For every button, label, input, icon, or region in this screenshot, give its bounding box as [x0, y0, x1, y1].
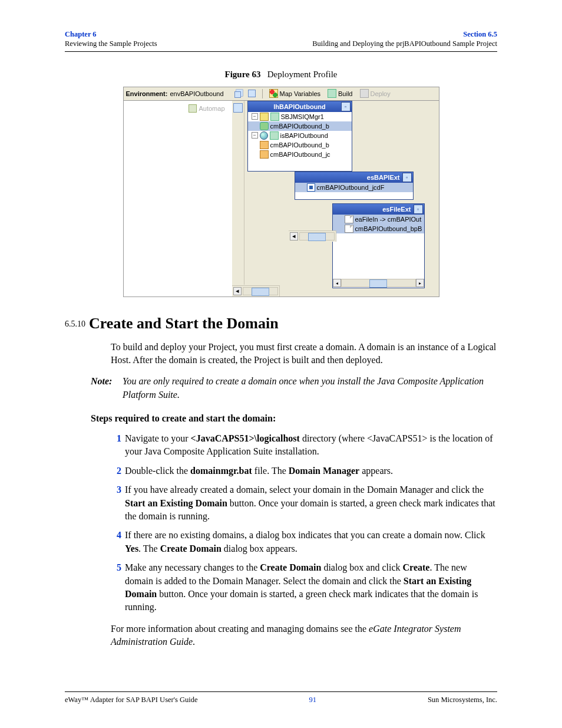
section-heading: 6.5.10Create and Start the Domain — [65, 315, 497, 332]
node-icon — [270, 113, 279, 121]
panel-title-text: esBAPIExt — [367, 174, 400, 181]
floating-scrollbar[interactable]: ◂ — [289, 230, 336, 242]
map-variables-icon — [269, 89, 278, 98]
step-bold: Create Domain — [260, 562, 321, 572]
closing-paragraph: For more information about creating and … — [65, 622, 497, 649]
scroll-track[interactable] — [243, 287, 278, 295]
closing-text: . — [193, 637, 195, 647]
scroll-left-icon[interactable]: ◂ — [290, 232, 298, 241]
panel-esbapiext[interactable]: esBAPIExt ▫ cmBAPIOutbound_jcdF — [295, 172, 414, 200]
step-text: Navigate to your — [125, 433, 191, 443]
step-number: 2 — [111, 465, 121, 477]
panel-lhbapioutbound[interactable]: lhBAPIOutbound ▫ − SBJMSIQMgr1 cmBAPIOut… — [247, 101, 352, 172]
panel-restore-icon[interactable]: ▫ — [341, 102, 351, 111]
tree-label: cmBAPIOutbound_b — [270, 123, 329, 130]
step-text: If you have already created a domain, se… — [125, 485, 484, 495]
scroll-right-icon[interactable]: ▸ — [416, 279, 424, 287]
external-icon — [307, 183, 315, 192]
section-title: Create and Start the Domain — [89, 315, 279, 332]
tree-toggle-icon[interactable]: − — [252, 132, 258, 139]
tree-row[interactable]: cmBAPIOutbound_jcdF — [295, 183, 413, 192]
scroll-left-icon[interactable]: ◂ — [333, 279, 341, 287]
tree-row[interactable]: cmBAPIOutbound_bpB — [333, 224, 424, 233]
step-number: 1 — [111, 432, 121, 445]
left-pane: Automap — [124, 101, 232, 297]
section-link[interactable]: Section 6.5 — [312, 29, 497, 39]
panel-scrollbar[interactable]: ◂ ▸ — [333, 279, 424, 288]
closing-text: For more information about creating and … — [111, 624, 369, 634]
tree-row[interactable]: cmBAPIOutbound_b — [248, 140, 352, 150]
build-label: Build — [338, 90, 352, 97]
build-icon — [328, 89, 336, 98]
scroll-track[interactable] — [341, 279, 416, 287]
panel-restore-icon[interactable]: ▫ — [414, 205, 423, 214]
vertical-toolbar — [232, 101, 244, 285]
step-text: . The — [138, 543, 160, 554]
tree-row[interactable]: cmBAPIOutbound_b — [248, 121, 352, 131]
step-bold: Start an Existing Domain — [125, 498, 227, 508]
tree-label: cmBAPIOutbound_jcdF — [317, 184, 385, 191]
step-bold: Create — [403, 562, 430, 572]
globe-icon — [260, 131, 268, 140]
map-variables-label: Map Variables — [280, 90, 321, 97]
footer-page-number[interactable]: 91 — [309, 696, 316, 704]
step-text: dialog box and click — [321, 562, 402, 572]
deploy-button[interactable]: Deploy — [358, 88, 393, 98]
build-button[interactable]: Build — [325, 88, 355, 98]
tree-row[interactable]: cmBAPIOutbound_jc — [248, 150, 352, 159]
canvas-scrollbar[interactable]: ◂ — [232, 285, 280, 297]
toolbar-windows-button[interactable] — [232, 90, 243, 97]
tree-toggle-icon[interactable]: − — [252, 113, 258, 120]
page-footer: eWay™ Adapter for SAP BAPI User's Guide … — [65, 691, 497, 704]
scroll-track[interactable] — [299, 232, 335, 241]
panel-title[interactable]: esFileExt ▫ — [333, 204, 424, 215]
deployment-profile-window: Environment: envBAPIOutbound Map Variabl… — [123, 87, 439, 297]
fig-toolbar: Environment: envBAPIOutbound Map Variabl… — [124, 87, 439, 101]
toolbar-tile-button[interactable] — [246, 89, 258, 98]
intro-paragraph: To build and deploy your Project, you mu… — [65, 341, 497, 367]
automap-icon — [189, 104, 197, 113]
automap-label: Automap — [199, 105, 224, 112]
scroll-thumb[interactable] — [369, 279, 387, 288]
tree-label: eaFileIn -> cmBAPIOut — [355, 216, 422, 223]
steps-lead: Steps required to create and start the d… — [65, 413, 497, 424]
tree-row[interactable]: − isBAPIOutbound — [248, 131, 352, 140]
collab-icon — [260, 150, 269, 159]
panel-title[interactable]: esBAPIExt ▫ — [295, 172, 413, 183]
deploy-label: Deploy — [371, 90, 391, 97]
note-block: Note: You are only required to create a … — [65, 375, 497, 401]
chapter-link[interactable]: Chapter 6 — [65, 29, 157, 39]
step-item: 5 Make any necessary changes to the Crea… — [111, 561, 497, 614]
deploy-icon — [360, 89, 369, 98]
tree-row[interactable]: eaFileIn -> cmBAPIOut — [333, 215, 424, 224]
step-text: If there are no existing domains, a dial… — [125, 530, 485, 540]
scroll-thumb[interactable] — [252, 288, 269, 296]
figure-title: Deployment Profile — [267, 70, 338, 79]
tree-row[interactable]: − SBJMSIQMgr1 — [248, 112, 352, 121]
figure-label: Figure 63 — [225, 70, 261, 79]
automap-button[interactable]: Automap — [185, 103, 228, 114]
step-item: 4 If there are no existing domains, a di… — [111, 529, 497, 555]
vbar-icon[interactable] — [233, 103, 243, 113]
footer-right: Sun Microsystems, Inc. — [428, 696, 497, 704]
tree-label: SBJMSIQMgr1 — [281, 113, 324, 120]
panel-title[interactable]: lhBAPIOutbound ▫ — [248, 101, 352, 112]
step-number: 4 — [111, 529, 121, 542]
panel-restore-icon[interactable]: ▫ — [402, 173, 412, 182]
scroll-left-icon[interactable]: ◂ — [233, 287, 242, 295]
map-variables-button[interactable]: Map Variables — [267, 88, 323, 98]
deployment-canvas[interactable]: ◂ lhBAPIOutbound ▫ − SBJMSIQMgr1 — [232, 101, 439, 297]
cascade-icon — [234, 91, 241, 98]
scroll-thumb[interactable] — [308, 233, 326, 241]
section-subtitle: Building and Deploying the prjBAPIOutbou… — [312, 39, 497, 48]
step-text: dialog box appears. — [222, 543, 297, 554]
file-icon — [345, 215, 353, 223]
environment-value: envBAPIOutbound — [170, 90, 223, 97]
panel-title-text: lhBAPIOutbound — [273, 103, 326, 110]
step-item: 2 Double-click the domainmgr.bat file. T… — [111, 465, 497, 477]
step-text: button. Once your domain is started, a g… — [125, 589, 478, 612]
component-icon — [260, 122, 269, 130]
step-bold: <JavaCAPS51>\logicalhost — [191, 433, 300, 443]
panel-esfileext[interactable]: esFileExt ▫ eaFileIn -> cmBAPIOut cmBAPI… — [332, 203, 425, 288]
tile-icon — [248, 90, 256, 97]
